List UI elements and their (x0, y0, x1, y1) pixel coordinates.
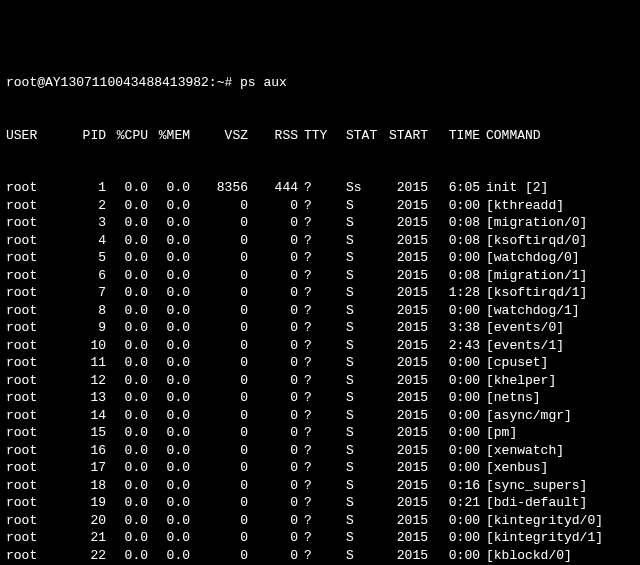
cell-cpu: 0.0 (106, 319, 148, 337)
cell-tty: ? (298, 179, 328, 197)
cell-mem: 0.0 (148, 197, 190, 215)
header-mem: %MEM (148, 127, 190, 145)
cell-tty: ? (298, 407, 328, 425)
cell-start: 2015 (378, 232, 428, 250)
cell-command: [events/0] (480, 319, 634, 337)
cell-vsz: 0 (190, 512, 248, 530)
cell-time: 0:00 (428, 372, 480, 390)
cell-rss: 0 (248, 267, 298, 285)
cell-mem: 0.0 (148, 249, 190, 267)
cell-tty: ? (298, 547, 328, 565)
cell-time: 0:00 (428, 512, 480, 530)
header-time: TIME (428, 127, 480, 145)
cell-vsz: 0 (190, 302, 248, 320)
cell-rss: 0 (248, 337, 298, 355)
cell-mem: 0.0 (148, 407, 190, 425)
cell-rss: 0 (248, 284, 298, 302)
cell-cpu: 0.0 (106, 407, 148, 425)
cell-user: root (6, 372, 51, 390)
cell-rss: 0 (248, 249, 298, 267)
process-row: root180.00.000?S20150:16[sync_supers] (6, 477, 634, 495)
cell-mem: 0.0 (148, 284, 190, 302)
cell-stat: S (328, 512, 378, 530)
process-row: root200.00.000?S20150:00[kintegrityd/0] (6, 512, 634, 530)
process-row: root120.00.000?S20150:00[khelper] (6, 372, 634, 390)
process-row: root140.00.000?S20150:00[async/mgr] (6, 407, 634, 425)
cell-vsz: 0 (190, 232, 248, 250)
cell-user: root (6, 337, 51, 355)
cell-command: [watchdog/0] (480, 249, 634, 267)
cell-rss: 0 (248, 407, 298, 425)
cell-user: root (6, 407, 51, 425)
cell-tty: ? (298, 424, 328, 442)
cell-command: [xenbus] (480, 459, 634, 477)
cell-command: [kthreadd] (480, 197, 634, 215)
cell-command: [netns] (480, 389, 634, 407)
cell-user: root (6, 197, 51, 215)
cell-cpu: 0.0 (106, 494, 148, 512)
cell-user: root (6, 494, 51, 512)
cell-vsz: 0 (190, 319, 248, 337)
cell-command: [khelper] (480, 372, 634, 390)
header-cpu: %CPU (106, 127, 148, 145)
cell-pid: 14 (51, 407, 106, 425)
cell-command: [events/1] (480, 337, 634, 355)
cell-mem: 0.0 (148, 214, 190, 232)
cell-user: root (6, 284, 51, 302)
process-row: root90.00.000?S20153:38[events/0] (6, 319, 634, 337)
cell-vsz: 0 (190, 442, 248, 460)
cell-pid: 5 (51, 249, 106, 267)
cell-stat: S (328, 494, 378, 512)
cell-tty: ? (298, 389, 328, 407)
cell-start: 2015 (378, 389, 428, 407)
cell-time: 6:05 (428, 179, 480, 197)
cell-command: [pm] (480, 424, 634, 442)
cell-time: 0:00 (428, 547, 480, 565)
cell-tty: ? (298, 477, 328, 495)
process-row: root70.00.000?S20151:28[ksoftirqd/1] (6, 284, 634, 302)
cell-pid: 3 (51, 214, 106, 232)
cell-stat: S (328, 197, 378, 215)
cell-start: 2015 (378, 477, 428, 495)
cell-rss: 0 (248, 442, 298, 460)
ps-header-row: USER PID %CPU %MEM VSZ RSS TTY STAT STAR… (6, 127, 634, 145)
cell-user: root (6, 267, 51, 285)
cell-time: 0:16 (428, 477, 480, 495)
cell-time: 0:08 (428, 214, 480, 232)
ps-rows: root10.00.08356444?Ss20156:05init [2]roo… (6, 179, 634, 565)
cell-rss: 0 (248, 197, 298, 215)
cell-mem: 0.0 (148, 494, 190, 512)
header-tty: TTY (298, 127, 328, 145)
cell-start: 2015 (378, 337, 428, 355)
cell-mem: 0.0 (148, 372, 190, 390)
cell-start: 2015 (378, 372, 428, 390)
cell-pid: 12 (51, 372, 106, 390)
cell-stat: S (328, 302, 378, 320)
cell-vsz: 0 (190, 267, 248, 285)
cell-user: root (6, 512, 51, 530)
process-row: root40.00.000?S20150:08[ksoftirqd/0] (6, 232, 634, 250)
cell-user: root (6, 302, 51, 320)
cell-pid: 13 (51, 389, 106, 407)
cell-vsz: 0 (190, 477, 248, 495)
cell-mem: 0.0 (148, 424, 190, 442)
cell-command: init [2] (480, 179, 634, 197)
cell-tty: ? (298, 214, 328, 232)
cell-start: 2015 (378, 494, 428, 512)
cell-user: root (6, 547, 51, 565)
cell-command: [migration/1] (480, 267, 634, 285)
cell-time: 0:00 (428, 249, 480, 267)
cell-mem: 0.0 (148, 547, 190, 565)
cell-stat: S (328, 529, 378, 547)
cell-cpu: 0.0 (106, 267, 148, 285)
cell-start: 2015 (378, 424, 428, 442)
process-row: root130.00.000?S20150:00[netns] (6, 389, 634, 407)
header-rss: RSS (248, 127, 298, 145)
cell-vsz: 0 (190, 214, 248, 232)
cell-tty: ? (298, 372, 328, 390)
cell-user: root (6, 179, 51, 197)
shell-prompt[interactable]: root@AY1307110043488413982:~# ps aux (6, 74, 634, 92)
cell-user: root (6, 477, 51, 495)
cell-rss: 0 (248, 232, 298, 250)
cell-rss: 0 (248, 319, 298, 337)
